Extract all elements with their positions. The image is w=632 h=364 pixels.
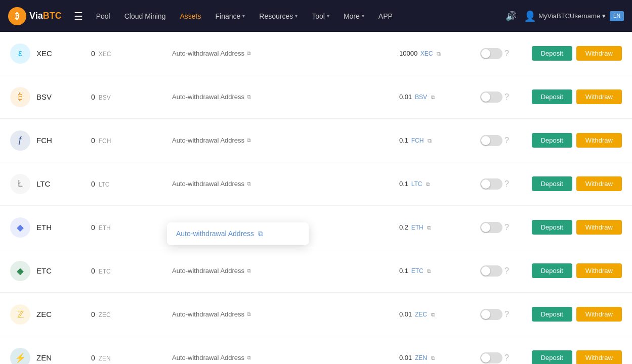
bsv-threshold: 0.01 BSV ⧉: [399, 93, 480, 101]
language-selector[interactable]: EN: [610, 11, 624, 21]
xec-threshold-link-icon[interactable]: ⧉: [437, 51, 441, 57]
eth-threshold-link-icon[interactable]: ⧉: [427, 224, 431, 231]
zen-threshold: 0.01 ZEN ⧉: [399, 354, 480, 361]
ltc-address-link[interactable]: Auto-withdrawal Address ⧉: [172, 180, 399, 188]
zec-toggle-col: ?: [480, 309, 521, 320]
zen-withdraw-button[interactable]: Withdraw: [576, 350, 622, 364]
asset-row-ltc: Ł LTC 0 LTC Auto-withdrawal Address ⧉ 0.…: [0, 162, 632, 206]
nav-right: 🔊 👤 MyViaBTCUsername ▾ EN: [502, 8, 624, 25]
tooltip-address-text: Auto-withdrawal Address: [176, 230, 254, 238]
nav-resources[interactable]: Resources ▾: [253, 9, 304, 23]
fch-threshold-link-icon[interactable]: ⧉: [428, 138, 432, 144]
fch-withdraw-button[interactable]: Withdraw: [576, 133, 622, 148]
eth-withdraw-button[interactable]: Withdraw: [576, 220, 622, 235]
zen-address-col: Auto-withdrawal Address ⧉: [172, 354, 399, 361]
hamburger-menu[interactable]: ☰: [69, 7, 88, 25]
eth-balance: 0 ETH: [91, 223, 172, 232]
more-chevron: ▾: [362, 13, 364, 19]
zen-deposit-button[interactable]: Deposit: [532, 350, 572, 364]
nav-cloud-mining[interactable]: Cloud Mining: [118, 9, 172, 23]
zec-deposit-button[interactable]: Deposit: [532, 307, 572, 322]
asset-row-zec: ℤ ZEC 0 ZEC Auto-withdrawal Address ⧉ 0.…: [0, 293, 632, 336]
sound-icon[interactable]: 🔊: [502, 8, 520, 25]
zen-toggle[interactable]: [480, 352, 502, 363]
nav-user-button[interactable]: 👤 MyViaBTCUsername ▾: [524, 10, 606, 22]
ltc-help-icon[interactable]: ?: [504, 179, 509, 189]
bsv-withdraw-button[interactable]: Withdraw: [576, 89, 622, 104]
zen-address-link[interactable]: Auto-withdrawal Address ⧉: [172, 354, 399, 361]
coin-col-xec: ε XEC: [10, 43, 91, 64]
logo[interactable]: ₿ ViaBTC: [8, 7, 62, 25]
etc-deposit-button[interactable]: Deposit: [532, 263, 572, 278]
asset-row-xec: ε XEC 0 XEC Auto-withdrawal Address ⧉ 10…: [0, 32, 632, 75]
fch-threshold: 0.1 FCH ⧉: [399, 136, 480, 144]
etc-address-link[interactable]: Auto-withdrawal Address ⧉: [172, 267, 399, 275]
ltc-toggle[interactable]: [480, 178, 502, 190]
fch-address-link[interactable]: Auto-withdrawal Address ⧉: [172, 136, 399, 144]
nav-assets[interactable]: Assets: [174, 9, 207, 23]
fch-deposit-button[interactable]: Deposit: [532, 133, 572, 148]
eth-deposit-button[interactable]: Deposit: [532, 220, 572, 235]
ltc-actions: Deposit Withdraw: [521, 176, 622, 191]
etc-threshold: 0.1 ETC ⧉: [399, 267, 480, 275]
etc-withdraw-button[interactable]: Withdraw: [576, 263, 622, 278]
nav-app[interactable]: APP: [372, 9, 399, 23]
fch-balance: 0 FCH: [91, 136, 172, 145]
fch-external-link-icon: ⧉: [247, 137, 251, 144]
nav-more[interactable]: More ▾: [338, 9, 370, 23]
coin-col-etc: ◆ ETC: [10, 261, 91, 281]
bsv-toggle[interactable]: [480, 92, 502, 103]
eth-help-icon[interactable]: ?: [504, 223, 509, 232]
xec-help-icon[interactable]: ?: [504, 49, 509, 58]
zen-help-icon[interactable]: ?: [504, 353, 509, 362]
bsv-address-col: Auto-withdrawal Address ⧉: [172, 93, 399, 101]
coin-col-zen: ⚡ ZEN: [10, 348, 91, 365]
zec-help-icon[interactable]: ?: [504, 310, 509, 319]
etc-toggle-thumb: [481, 266, 490, 276]
eth-icon: ◆: [10, 217, 30, 238]
xec-toggle-col: ?: [480, 48, 521, 59]
zec-withdraw-button[interactable]: Withdraw: [576, 307, 622, 322]
zec-external-link-icon: ⧉: [247, 311, 251, 317]
xec-toggle[interactable]: [480, 48, 502, 59]
bsv-threshold-link-icon[interactable]: ⧉: [431, 94, 435, 100]
bsv-help-icon[interactable]: ?: [504, 93, 509, 102]
ltc-toggle-thumb: [481, 179, 490, 189]
ltc-deposit-button[interactable]: Deposit: [532, 176, 572, 191]
fch-toggle[interactable]: [480, 135, 502, 146]
bsv-deposit-button[interactable]: Deposit: [532, 89, 572, 104]
fch-toggle-col: ?: [480, 135, 521, 146]
asset-row-eth: ◆ ETH 0 ETH Auto-withdrawal Address ⧉ 0.…: [0, 206, 632, 249]
zen-threshold-link-icon[interactable]: ⧉: [431, 355, 435, 361]
ltc-withdraw-button[interactable]: Withdraw: [576, 176, 622, 191]
tooltip-external-link-icon[interactable]: ⧉: [258, 230, 263, 238]
bsv-address-link[interactable]: Auto-withdrawal Address ⧉: [172, 93, 399, 101]
etc-balance: 0 ETC: [91, 267, 172, 275]
zec-balance: 0 ZEC: [91, 310, 172, 318]
ltc-threshold-link-icon[interactable]: ⧉: [426, 181, 430, 187]
zen-actions: Deposit Withdraw: [521, 350, 622, 364]
eth-toggle[interactable]: [480, 222, 502, 233]
etc-external-link-icon: ⧉: [247, 267, 251, 274]
nav-tool[interactable]: Tool ▾: [306, 9, 335, 23]
fch-help-icon[interactable]: ?: [504, 136, 509, 145]
xec-address-col: Auto-withdrawal Address ⧉: [172, 50, 399, 57]
resources-chevron: ▾: [295, 13, 298, 19]
xec-name: XEC: [36, 49, 52, 58]
fch-actions: Deposit Withdraw: [521, 133, 622, 148]
zec-address-col: Auto-withdrawal Address ⧉: [172, 310, 399, 318]
etc-toggle[interactable]: [480, 265, 502, 277]
xec-deposit-button[interactable]: Deposit: [532, 46, 572, 61]
etc-help-icon[interactable]: ?: [504, 266, 509, 276]
xec-address-link[interactable]: Auto-withdrawal Address ⧉: [172, 50, 399, 57]
coin-col-zec: ℤ ZEC: [10, 304, 91, 325]
nav-pool[interactable]: Pool: [90, 9, 116, 23]
nav-finance[interactable]: Finance ▾: [209, 9, 251, 23]
eth-actions: Deposit Withdraw: [521, 220, 622, 235]
zec-threshold-link-icon[interactable]: ⧉: [431, 311, 435, 317]
main-content: ε XEC 0 XEC Auto-withdrawal Address ⧉ 10…: [0, 32, 632, 364]
zec-toggle[interactable]: [480, 309, 502, 320]
zec-address-link[interactable]: Auto-withdrawal Address ⧉: [172, 310, 399, 318]
xec-withdraw-button[interactable]: Withdraw: [576, 46, 622, 61]
etc-threshold-link-icon[interactable]: ⧉: [427, 268, 431, 274]
